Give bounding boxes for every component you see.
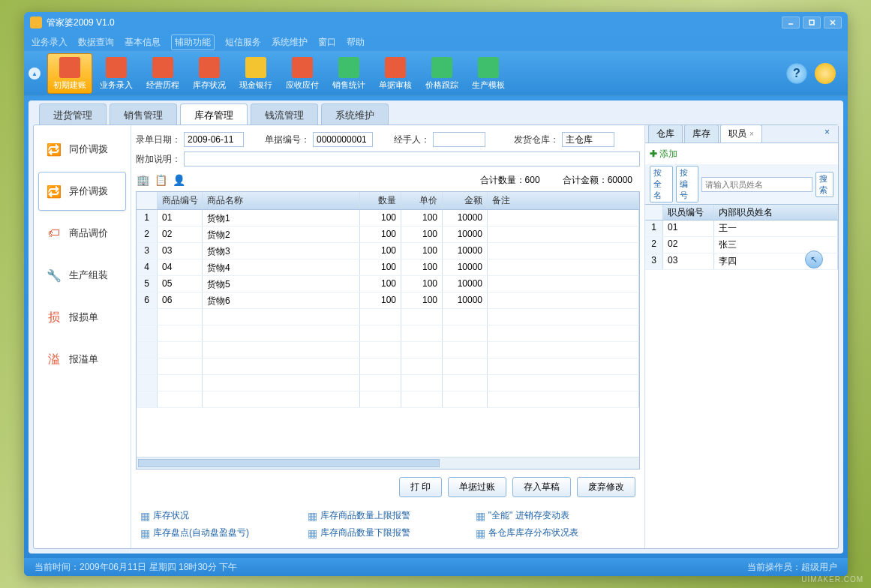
minimize-button[interactable] (782, 16, 800, 28)
scroll-up-icon[interactable]: ↖ (805, 250, 823, 268)
quick-link[interactable]: 库存商品数量下限报警 (308, 526, 467, 539)
action-button[interactable]: 废弃修改 (577, 477, 635, 497)
table-row[interactable] (137, 309, 639, 326)
table-row[interactable]: 606货物610010010000 (137, 292, 639, 309)
main-tab[interactable]: 钱流管理 (251, 104, 318, 124)
table-row[interactable] (137, 326, 639, 342)
table-row[interactable]: 101货物110010010000 (137, 210, 639, 226)
table-row[interactable] (137, 392, 639, 408)
toolbar-button[interactable]: 销售统计 (326, 53, 371, 94)
quick-link[interactable]: 各仓库库存分布状况表 (476, 526, 635, 539)
warehouse-label: 发货仓库： (514, 134, 559, 146)
rcol-index[interactable] (645, 205, 663, 220)
search-button[interactable]: 搜索 (815, 172, 833, 197)
app-window: 管家婆2009 V1.0 业务录入数据查询基本信息辅助功能短信服务系统维护窗口帮… (24, 12, 848, 576)
table-row[interactable]: 202货物210010010000 (137, 226, 639, 243)
panel-close-icon[interactable]: × (824, 127, 835, 137)
menu-item[interactable]: 帮助 (347, 36, 365, 49)
sidebar-item[interactable]: 溢报溢单 (38, 340, 126, 379)
toolbar-button[interactable]: 业务录入 (94, 53, 139, 94)
col-name[interactable]: 商品名称 (203, 192, 360, 209)
action-button[interactable]: 单据过账 (448, 477, 506, 497)
sidebar-item[interactable]: 🔧生产组装 (38, 256, 126, 295)
sidebar-item[interactable]: 损报损单 (38, 298, 126, 337)
table-row[interactable]: 404货物410010010000 (137, 260, 639, 276)
menu-item[interactable]: 短信服务 (225, 36, 261, 49)
menu-item[interactable]: 辅助功能 (171, 34, 215, 50)
toolbar-button[interactable]: 单据审核 (373, 53, 418, 94)
right-tabs: 仓库库存职员×× (645, 125, 838, 143)
quick-link[interactable]: 库存状况 (140, 509, 300, 522)
staff-row[interactable]: 101王一 (645, 220, 838, 237)
main-tab[interactable]: 进货管理 (39, 104, 107, 124)
menu-item[interactable]: 业务录入 (32, 36, 68, 49)
col-price[interactable]: 单价 (401, 192, 443, 209)
toolbar-button[interactable]: 价格跟踪 (419, 53, 464, 94)
main-tab[interactable]: 系统维护 (321, 104, 389, 124)
filter-fullname-button[interactable]: 按全名 (650, 166, 673, 202)
docno-input[interactable] (313, 132, 373, 147)
mini-icon-1[interactable]: 🏢 (136, 173, 149, 187)
toolbar-button[interactable]: 生产模板 (466, 53, 511, 94)
sidebar-item[interactable]: 🏷商品调价 (38, 214, 126, 253)
rcol-name[interactable]: 内部职员姓名 (714, 205, 838, 220)
watermark: UIMAKER.COM (801, 575, 863, 584)
action-button[interactable]: 存入草稿 (512, 477, 571, 497)
main-tab[interactable]: 销售管理 (110, 104, 177, 124)
right-tab[interactable]: 库存 (684, 124, 719, 142)
col-qty[interactable]: 数量 (360, 192, 401, 209)
close-button[interactable] (824, 16, 842, 28)
menu-item[interactable]: 数据查询 (78, 36, 114, 49)
toolbar-button[interactable]: 库存状况 (187, 53, 232, 94)
add-button[interactable]: ✚添加 (650, 148, 677, 160)
quick-link[interactable]: "全能" 进销存变动表 (476, 509, 635, 522)
sidebar-item[interactable]: 🔁异价调拨 (38, 172, 126, 211)
quick-link[interactable]: 库存商品数量上限报警 (308, 509, 467, 522)
collapse-toolbar-icon[interactable]: ▲ (29, 68, 41, 80)
col-code[interactable]: 商品编号 (158, 192, 203, 209)
filter-code-button[interactable]: 按编号 (676, 166, 699, 202)
table-row[interactable]: 505货物510010010000 (137, 276, 639, 292)
right-grid-body[interactable]: 101王一202张三303李四↖ (645, 220, 838, 548)
h-scrollbar[interactable] (137, 457, 639, 469)
main-tab[interactable]: 库存管理 (180, 104, 248, 124)
tab-close-icon[interactable]: × (749, 130, 754, 138)
table-row[interactable]: 303货物310010010000 (137, 243, 639, 260)
help-icon[interactable]: ? (786, 63, 807, 84)
action-button[interactable]: 打 印 (399, 477, 442, 497)
menu-item[interactable]: 窗口 (318, 36, 336, 49)
quick-link[interactable]: 库存盘点(自动盘盈盘亏) (140, 526, 300, 539)
right-tab[interactable]: 职员× (720, 124, 762, 142)
handler-input[interactable] (433, 132, 485, 147)
col-amount[interactable]: 金额 (443, 192, 488, 209)
grid-header: 商品编号 商品名称 数量 单价 金额 备注 (137, 192, 639, 210)
mini-icon-3[interactable]: 👤 (172, 173, 185, 187)
table-row[interactable] (137, 358, 639, 375)
summary-amount: 合计金额：60000 (563, 174, 632, 187)
menu-item[interactable]: 系统维护 (272, 36, 308, 49)
titlebar[interactable]: 管家婆2009 V1.0 (24, 12, 848, 33)
toolbar-button[interactable]: 初期建账 (47, 53, 92, 94)
right-tab[interactable]: 仓库 (648, 124, 683, 142)
col-index[interactable] (137, 192, 158, 209)
menu-item[interactable]: 基本信息 (125, 36, 161, 49)
col-memo[interactable]: 备注 (488, 192, 639, 209)
toolbar-button[interactable]: 经营历程 (140, 53, 185, 94)
settings-icon[interactable] (815, 63, 836, 84)
toolbar-button[interactable]: 应收应付 (280, 53, 325, 94)
toolbar-button[interactable]: 现金银行 (233, 53, 278, 94)
items-grid: 商品编号 商品名称 数量 单价 金额 备注 101货物1100100100002… (136, 191, 640, 470)
grid-body[interactable]: 101货物110010010000202货物210010010000303货物3… (137, 210, 639, 457)
rcol-code[interactable]: 职员编号 (663, 205, 714, 220)
staff-search-input[interactable] (701, 177, 812, 192)
maximize-button[interactable] (803, 16, 821, 28)
sidebar-item[interactable]: 🔁同价调拨 (38, 130, 126, 169)
date-input[interactable] (184, 132, 244, 147)
note-input[interactable] (184, 152, 640, 166)
table-row[interactable] (137, 342, 639, 358)
table-row[interactable] (137, 375, 639, 392)
app-icon (30, 16, 42, 28)
mini-icon-2[interactable]: 📋 (154, 173, 167, 187)
note-label: 附加说明： (136, 153, 181, 166)
warehouse-input[interactable] (562, 132, 614, 147)
